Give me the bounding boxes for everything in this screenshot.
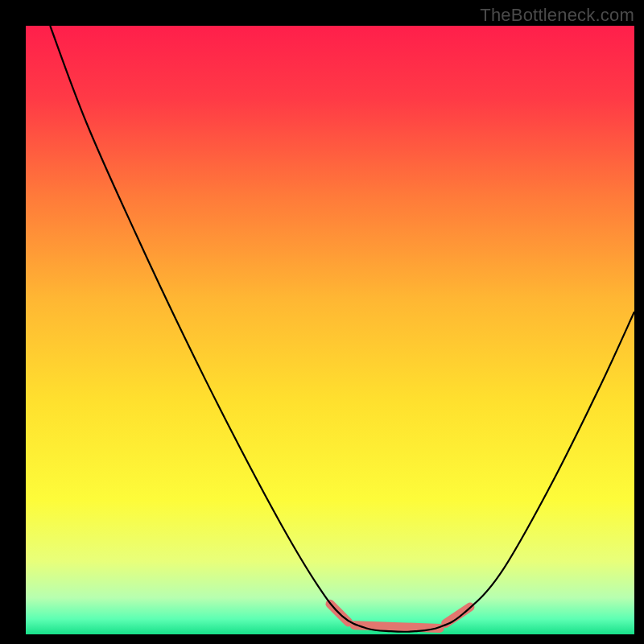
gradient-background	[26, 26, 634, 634]
watermark-text: TheBottleneck.com	[480, 5, 634, 26]
bottleneck-chart	[0, 0, 644, 644]
chart-frame: TheBottleneck.com	[0, 0, 644, 644]
